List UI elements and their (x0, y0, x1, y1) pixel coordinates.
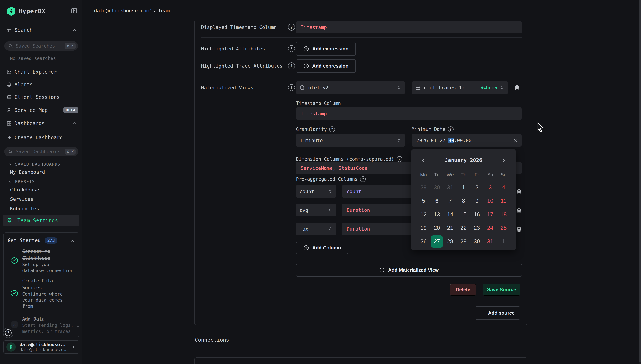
help-button[interactable]: ? (3, 328, 14, 338)
calendar-day[interactable]: 13 (430, 208, 444, 221)
calendar-day[interactable]: 29 (457, 235, 470, 248)
calendar-day[interactable]: 25 (497, 221, 510, 235)
calendar-day[interactable]: 10 (484, 194, 497, 208)
calendar-day[interactable]: 9 (470, 194, 484, 208)
calendar-day[interactable]: 4 (497, 181, 510, 194)
calendar-day[interactable]: 31 (444, 181, 457, 194)
schema-badge[interactable]: Schema (480, 85, 497, 90)
collapse-sidebar-icon[interactable] (71, 7, 78, 14)
calendar-day[interactable]: 5 (417, 194, 430, 208)
step-title: Create Data Sources (22, 278, 75, 291)
calendar-weekday: Th (457, 170, 470, 179)
calendar-day[interactable]: 20 (430, 221, 444, 235)
add-source-button[interactable]: Add source (475, 306, 520, 320)
minimum-date-label-row: Minimum Date ? (412, 125, 454, 133)
date-picker-popup: January 2026 MoTuWeThFrSaSu 293031123456… (411, 149, 516, 250)
mv-timestamp-input[interactable]: Timestamp (296, 107, 522, 120)
sidebar-item-clickhouse[interactable]: ClickHouse (10, 187, 39, 192)
sidebar-item-my-dashboard[interactable]: My Dashboard (10, 169, 45, 175)
calendar-day[interactable]: 22 (457, 221, 470, 235)
add-materialized-view-button[interactable]: Add Materialized View (296, 264, 522, 276)
clear-date-icon[interactable] (513, 138, 518, 143)
calendar-day[interactable]: 11 (497, 194, 510, 208)
add-expression-button[interactable]: Add expression (296, 59, 356, 73)
step-subtitle: Start sending logs, metrics, or traces (22, 322, 75, 334)
calendar-day[interactable]: 2 (470, 181, 484, 194)
help-icon[interactable]: ? (288, 84, 295, 91)
help-icon[interactable]: ? (288, 45, 295, 52)
calendar-day[interactable]: 6 (430, 194, 444, 208)
aggregation-op-select[interactable]: count (296, 185, 336, 198)
save-source-button[interactable]: Save Source (483, 284, 520, 296)
saved-dashboards-section-header[interactable]: SAVED DASHBOARDS (8, 161, 61, 167)
calendar-day[interactable]: 12 (417, 208, 430, 221)
materialized-table-select[interactable]: otel_traces_1m Schema (412, 81, 508, 94)
delete-column-icon[interactable] (516, 225, 523, 233)
calendar-day[interactable]: 30 (430, 181, 444, 194)
materialized-view-select[interactable]: otel_v2 (296, 81, 405, 94)
calendar-day[interactable]: 26 (417, 235, 430, 248)
calendar-day[interactable]: 18 (497, 208, 510, 221)
chevron-up-icon[interactable] (72, 121, 77, 126)
help-icon[interactable]: ? (288, 62, 295, 69)
add-expression-button[interactable]: Add expression (296, 42, 356, 56)
delete-materialized-view-icon[interactable] (513, 84, 521, 92)
calendar-day[interactable]: 15 (457, 208, 470, 221)
aggregation-op-select[interactable]: max (296, 222, 336, 235)
database-icon (300, 85, 305, 90)
calendar-day[interactable]: 27 (431, 236, 443, 248)
calendar-day[interactable]: 23 (470, 221, 484, 235)
displayed-timestamp-input[interactable]: Timestamp (296, 21, 522, 33)
sidebar-item-service-map[interactable]: Service Map BETA (0, 106, 82, 114)
calendar-day[interactable]: 30 (470, 235, 484, 248)
sidebar-item-client-sessions[interactable]: Client Sessions (0, 92, 82, 102)
arrow-right-icon: → (77, 323, 80, 329)
scrollbar-thumb[interactable] (639, 0, 641, 362)
delete-column-icon[interactable] (516, 188, 523, 196)
sidebar-item-dashboards[interactable]: Dashboards (0, 119, 82, 128)
calendar-day[interactable]: 21 (444, 221, 457, 235)
chevron-up-icon[interactable] (72, 28, 77, 32)
aggregation-op-select[interactable]: avg (296, 204, 336, 216)
presets-section-header[interactable]: PRESETS (8, 178, 35, 185)
next-month-button[interactable] (499, 156, 508, 165)
calendar-day[interactable]: 31 (484, 235, 497, 248)
delete-column-icon[interactable] (516, 206, 523, 214)
create-dashboard-button[interactable]: Create Dashboard (0, 133, 82, 142)
delete-source-button[interactable]: Delete (450, 284, 476, 296)
granularity-select[interactable]: 1 minute (296, 134, 405, 146)
calendar-day[interactable]: 28 (444, 235, 457, 248)
sidebar-item-services[interactable]: Services (10, 196, 33, 202)
page-scrollbar[interactable] (639, 0, 641, 364)
sidebar-item-team-settings[interactable]: Team Settings (3, 214, 79, 226)
add-column-button[interactable]: Add Column (296, 242, 348, 254)
calendar-day[interactable]: 17 (484, 208, 497, 221)
help-icon[interactable]: ? (448, 126, 454, 132)
calendar-day[interactable]: 14 (444, 208, 457, 221)
calendar-day[interactable]: 29 (417, 181, 430, 194)
sidebar-item-kubernetes[interactable]: Kubernetes (10, 206, 39, 211)
saved-dashboards-input[interactable]: Saved Dashboards ⌘ K (4, 147, 78, 156)
sidebar-item-alerts[interactable]: Alerts (0, 80, 82, 89)
sidebar-item-search[interactable]: Search (0, 26, 82, 34)
plus-circle-icon (303, 63, 309, 69)
profile-menu[interactable]: D dale@clickhouse.… dale@clickhouse.c… (3, 340, 79, 354)
saved-searches-input[interactable]: Saved Searches ⌘ K (4, 41, 78, 50)
calendar-day[interactable]: 1 (457, 181, 470, 194)
calendar-day[interactable]: 7 (444, 194, 457, 208)
chevron-up-icon[interactable] (70, 238, 75, 244)
calendar-day[interactable]: 1 (497, 235, 510, 248)
help-icon[interactable]: ? (329, 126, 335, 132)
calendar-day[interactable]: 19 (417, 221, 430, 235)
calendar-day[interactable]: 8 (457, 194, 470, 208)
minimum-date-input[interactable]: 2026-01-27 00:00:00 (412, 134, 522, 146)
help-icon[interactable]: ? (360, 176, 366, 182)
calendar-day[interactable]: 16 (470, 208, 484, 221)
get-started-header[interactable]: Get Started 2/3 (8, 238, 76, 244)
sidebar-item-chart-explorer[interactable]: Chart Explorer (0, 68, 82, 76)
calendar-day[interactable]: 3 (484, 181, 497, 194)
logo-row: HyperDX (0, 5, 82, 18)
help-icon[interactable]: ? (397, 156, 402, 162)
calendar-day[interactable]: 24 (484, 221, 497, 235)
help-icon[interactable]: ? (288, 24, 295, 30)
